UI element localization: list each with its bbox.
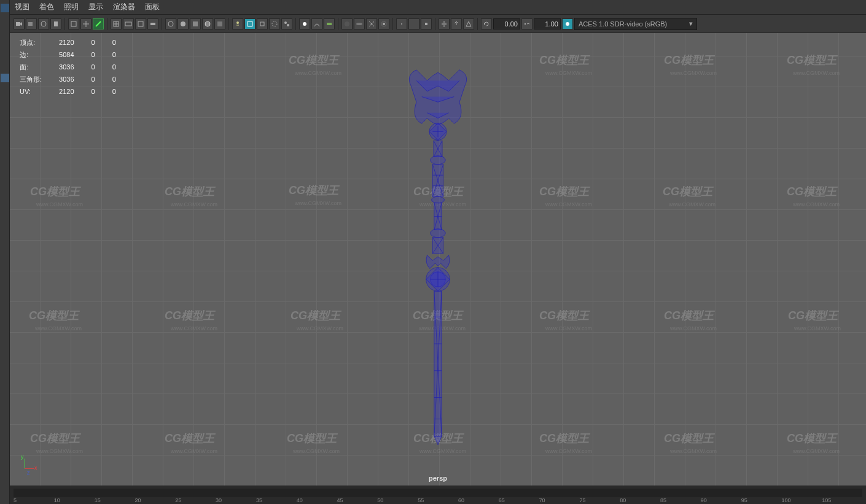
toolbar-sep-1 <box>64 18 65 30</box>
menu-view[interactable]: 视图 <box>15 2 29 12</box>
stat-row-faces: 面:303600 <box>20 61 132 72</box>
svg-point-27 <box>401 23 402 25</box>
timeline-tick: 45 <box>337 497 378 504</box>
chevron-down-icon: ▾ <box>689 20 693 28</box>
menu-lighting[interactable]: 照明 <box>64 2 79 12</box>
stat-row-vertices: 顶点:212000 <box>20 37 132 48</box>
multisample-aa-icon[interactable] <box>366 18 377 29</box>
snap-curve-icon[interactable] <box>408 18 419 29</box>
snap-point-icon[interactable] <box>421 18 432 29</box>
gamma-value-input[interactable] <box>534 18 561 29</box>
snap-grid-icon[interactable] <box>396 18 407 29</box>
camera-settings-icon[interactable] <box>38 18 49 29</box>
camera-label: persp <box>429 475 447 482</box>
timeline-tick: 50 <box>377 497 418 504</box>
exposure-icon[interactable] <box>299 18 310 29</box>
viewport-grid <box>10 33 866 486</box>
timeline-tick: 90 <box>701 497 741 504</box>
timeline-tick: 65 <box>499 497 539 504</box>
svg-marker-31 <box>466 21 471 26</box>
dof-icon[interactable] <box>378 18 389 29</box>
xray-icon[interactable] <box>269 18 280 29</box>
menu-renderer[interactable]: 渲染器 <box>113 2 135 12</box>
poly-count-hud: 顶点:212000 边:508400 面:303600 三角形:303600 U… <box>18 36 133 98</box>
timeline-tick: 105 <box>822 497 862 504</box>
svg-rect-7 <box>125 22 131 26</box>
grid-icon[interactable] <box>111 18 122 29</box>
stat-row-edges: 边:508400 <box>20 49 132 60</box>
menu-panels[interactable]: 面板 <box>145 2 160 12</box>
view-axis-gizmo: y x z <box>12 456 37 481</box>
svg-point-10 <box>168 21 173 26</box>
svg-point-11 <box>181 21 185 26</box>
timeline-tick: 95 <box>741 497 782 504</box>
svg-point-34 <box>566 22 569 26</box>
timeline-tick: 55 <box>418 497 458 504</box>
svg-rect-30 <box>445 23 447 25</box>
wireframe-icon[interactable] <box>165 18 176 29</box>
ssao-icon[interactable] <box>341 18 353 29</box>
timeline-tick: 70 <box>539 497 580 504</box>
timeline-tick: 5 <box>14 497 54 504</box>
toolbar-sep-9 <box>477 18 478 30</box>
image-plane-icon[interactable] <box>68 18 79 29</box>
timeline-tick: 40 <box>297 497 337 504</box>
timeline-tick: 85 <box>660 497 701 504</box>
gate-mask-icon[interactable] <box>147 18 158 29</box>
symmetry-icon[interactable] <box>439 18 450 29</box>
strip-tool-2[interactable] <box>1 74 9 82</box>
use-all-lights-icon[interactable] <box>232 18 243 29</box>
select-camera-icon[interactable] <box>14 18 25 29</box>
svg-rect-22 <box>327 23 332 25</box>
viewport[interactable]: 顶点:212000 边:508400 面:303600 三角形:303600 U… <box>10 33 866 486</box>
timeline[interactable]: 5101520253035404550556065707580859095100… <box>10 486 866 504</box>
reload-icon[interactable] <box>481 18 492 29</box>
exposure-value-input[interactable] <box>493 18 520 29</box>
timeline-tick: 75 <box>579 497 620 504</box>
svg-rect-0 <box>16 22 20 26</box>
grease-pencil-icon[interactable] <box>93 18 104 29</box>
timeline-tick: 15 <box>95 497 135 504</box>
face-normal-icon[interactable] <box>451 18 462 29</box>
svg-marker-16 <box>248 21 252 26</box>
view-transform-icon[interactable] <box>324 18 335 29</box>
2d-pan-icon[interactable] <box>80 18 92 29</box>
gamma-icon[interactable] <box>311 18 322 29</box>
svg-rect-9 <box>150 23 155 25</box>
isolate-select-icon[interactable] <box>257 18 268 29</box>
svg-point-18 <box>272 21 277 26</box>
resolution-gate-icon[interactable] <box>135 18 146 29</box>
menu-show[interactable]: 显示 <box>88 2 103 12</box>
color-management-icon[interactable] <box>562 18 573 29</box>
svg-point-15 <box>236 21 239 24</box>
xray-joints-icon[interactable] <box>281 18 292 29</box>
lock-camera-icon[interactable] <box>26 18 37 29</box>
timeline-tick: 80 <box>620 497 660 504</box>
timeline-tick: 30 <box>216 497 256 504</box>
smooth-shade-icon[interactable] <box>177 18 189 29</box>
toolbar-sep-2 <box>107 18 107 30</box>
bookmark-icon[interactable] <box>50 18 61 29</box>
motion-blur-icon[interactable] <box>354 18 365 29</box>
backface-cull-icon[interactable] <box>463 18 474 29</box>
film-gate-icon[interactable] <box>123 18 134 29</box>
wireframe-on-shaded-icon[interactable] <box>202 18 213 29</box>
timeline-tick: 25 <box>175 497 216 504</box>
textured-icon[interactable] <box>214 18 225 29</box>
timeline-track[interactable] <box>14 489 862 497</box>
svg-point-25 <box>383 23 385 25</box>
menu-shading[interactable]: 着色 <box>39 2 54 12</box>
svg-rect-17 <box>260 22 264 26</box>
shadows-icon[interactable] <box>244 18 256 29</box>
colorspace-dropdown[interactable]: ACES 1.0 SDR-video (sRGB) ▾ <box>574 18 697 30</box>
gamma-toggle-icon[interactable] <box>521 18 532 29</box>
svg-point-21 <box>303 22 306 26</box>
timeline-tick: 35 <box>256 497 297 504</box>
strip-tool-1[interactable] <box>1 4 9 12</box>
svg-point-3 <box>41 21 46 26</box>
use-default-material-icon[interactable] <box>190 18 201 29</box>
left-tool-strip[interactable] <box>0 0 10 504</box>
svg-rect-4 <box>54 21 58 26</box>
svg-rect-5 <box>71 21 76 26</box>
panel-menu-bar: 视图 着色 照明 显示 渲染器 面板 <box>10 0 866 15</box>
